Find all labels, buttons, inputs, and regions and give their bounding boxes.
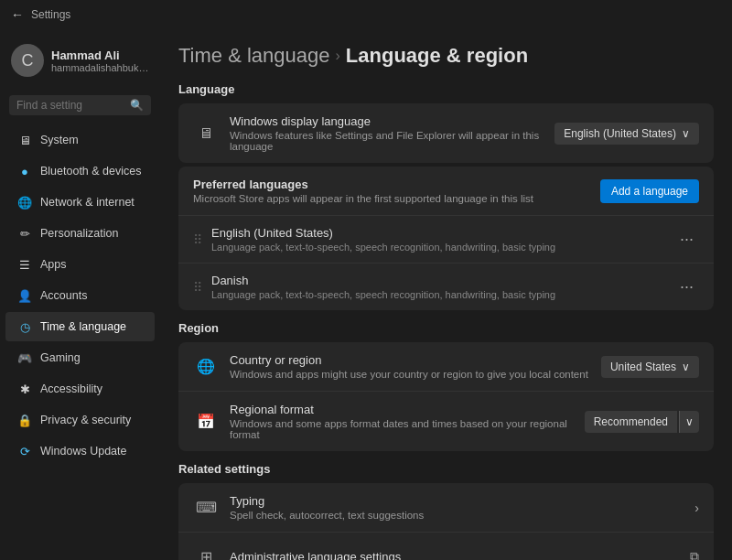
language-section-label: Language — [178, 82, 714, 96]
country-title: Country or region — [230, 353, 601, 367]
display-language-value: English (United States) — [564, 127, 676, 140]
update-icon: ⟳ — [16, 443, 33, 459]
sidebar-item-label: Apps — [40, 258, 67, 271]
sidebar-item-apps[interactable]: ☰ Apps — [5, 250, 155, 279]
language-row-english: ⠿ English (United States) Language pack,… — [178, 216, 714, 264]
country-value: United States — [610, 361, 676, 373]
typing-content: Typing Spell check, autocorrect, text su… — [230, 494, 694, 521]
chevron-right-icon: › — [694, 501, 699, 515]
breadcrumb: Time & language › Language & region — [178, 44, 714, 68]
back-button[interactable]: ← — [11, 7, 24, 22]
display-language-content: Windows display language Windows feature… — [230, 114, 554, 152]
language-info-danish: Danish Language pack, text-to-speech, sp… — [211, 274, 674, 300]
personalization-icon: ✏ — [16, 225, 33, 242]
chevron-down-icon: ∨ — [682, 127, 690, 140]
region-section-label: Region — [178, 321, 714, 335]
language-info-english: English (United States) Language pack, t… — [211, 226, 674, 253]
format-dropdown-arrow[interactable]: ∨ — [679, 411, 699, 433]
titlebar: ← Settings — [0, 0, 732, 29]
admin-lang-content: Administrative language settings — [230, 550, 690, 561]
sidebar-item-privacy[interactable]: 🔒 Privacy & security — [5, 405, 155, 435]
typing-sub: Spell check, autocorrect, text suggestio… — [230, 510, 694, 521]
sidebar-item-label: Time & language — [40, 320, 126, 333]
breadcrumb-parent: Time & language — [178, 44, 330, 68]
region-card: 🌐 Country or region Windows and apps mig… — [178, 342, 714, 451]
search-box: 🔍 — [9, 95, 151, 115]
display-language-action: English (United States) ∨ — [554, 123, 699, 145]
sidebar-item-windows-update[interactable]: ⟳ Windows Update — [5, 436, 155, 466]
sidebar-item-accounts[interactable]: 👤 Accounts — [5, 281, 155, 310]
add-language-button[interactable]: Add a language — [600, 179, 699, 203]
display-language-row: 🖥 Windows display language Windows featu… — [178, 103, 714, 163]
app-title: Settings — [31, 8, 70, 21]
admin-lang-row[interactable]: ⊞ Administrative language settings ⧉ — [178, 533, 714, 560]
format-icon: 📅 — [193, 409, 219, 435]
admin-lang-title: Administrative language settings — [230, 550, 690, 561]
typing-chevron: › — [694, 501, 699, 515]
sidebar-item-gaming[interactable]: 🎮 Gaming — [5, 343, 155, 372]
sidebar-item-label: Gaming — [40, 351, 81, 364]
admin-lang-icon: ⊞ — [193, 544, 219, 560]
chevron-down-icon: ∨ — [682, 361, 690, 373]
bluetooth-icon: ● — [16, 163, 33, 179]
format-action: Recommended ∨ — [585, 411, 699, 433]
language-row-danish: ⠿ Danish Language pack, text-to-speech, … — [178, 264, 714, 310]
sidebar-item-label: Bluetooth & devices — [40, 165, 142, 178]
format-dropdown-value[interactable]: Recommended — [585, 411, 677, 433]
breadcrumb-current: Language & region — [346, 44, 528, 68]
format-content: Regional format Windows and some apps fo… — [230, 403, 585, 440]
search-input[interactable] — [16, 99, 126, 112]
sidebar-item-accessibility[interactable]: ✱ Accessibility — [5, 374, 155, 404]
sidebar-item-label: Accessibility — [40, 382, 102, 395]
user-email: hammadalishahbukh... — [51, 62, 149, 73]
sidebar-item-label: Windows Update — [40, 445, 127, 458]
typing-row[interactable]: ⌨ Typing Spell check, autocorrect, text … — [178, 483, 714, 533]
country-row: 🌐 Country or region Windows and apps mig… — [178, 342, 714, 392]
display-language-icon: 🖥 — [193, 121, 219, 146]
drag-handle-danish[interactable]: ⠿ — [193, 280, 202, 295]
format-value: Recommended — [594, 415, 668, 428]
more-options-danish[interactable]: ··· — [674, 275, 699, 298]
language-sub-english: Language pack, text-to-speech, speech re… — [211, 242, 674, 253]
more-options-english[interactable]: ··· — [674, 228, 699, 251]
display-language-title: Windows display language — [230, 114, 554, 128]
privacy-icon: 🔒 — [16, 412, 33, 428]
related-card: ⌨ Typing Spell check, autocorrect, text … — [178, 483, 714, 560]
country-action: United States ∨ — [601, 356, 699, 378]
sidebar-item-label: Personalization — [40, 227, 118, 240]
preferred-header-content: Preferred languages Microsoft Store apps… — [193, 178, 600, 204]
external-link-icon: ⧉ — [690, 549, 699, 561]
display-language-dropdown[interactable]: English (United States) ∨ — [554, 123, 699, 145]
sidebar-item-label: Accounts — [40, 289, 87, 302]
sidebar-item-system[interactable]: 🖥 System — [5, 125, 155, 155]
language-sub-danish: Language pack, text-to-speech, speech re… — [211, 289, 674, 300]
gaming-icon: 🎮 — [16, 350, 33, 366]
sidebar-item-personalization[interactable]: ✏ Personalization — [5, 219, 155, 248]
display-language-card: 🖥 Windows display language Windows featu… — [178, 103, 714, 163]
breadcrumb-separator: › — [336, 48, 340, 64]
sidebar-item-time-language[interactable]: ◷ Time & language — [5, 312, 155, 341]
format-row: 📅 Regional format Windows and some apps … — [178, 392, 714, 451]
typing-icon: ⌨ — [193, 495, 219, 521]
main-content: Time & language › Language & region Lang… — [160, 29, 732, 560]
sidebar-item-network[interactable]: 🌐 Network & internet — [5, 188, 155, 217]
format-title: Regional format — [230, 403, 585, 416]
country-dropdown[interactable]: United States ∨ — [601, 356, 699, 378]
preferred-header: Preferred languages Microsoft Store apps… — [178, 167, 714, 216]
accessibility-icon: ✱ — [16, 381, 33, 397]
typing-title: Typing — [230, 494, 694, 508]
accounts-icon: 👤 — [16, 287, 33, 304]
sidebar-item-label: System — [40, 134, 79, 146]
user-profile[interactable]: C Hammad Ali hammadalishahbukh... — [0, 37, 160, 84]
user-info: Hammad Ali hammadalishahbukh... — [51, 48, 149, 73]
country-sub: Windows and apps might use your country … — [230, 369, 601, 380]
user-name: Hammad Ali — [51, 48, 149, 62]
system-icon: 🖥 — [16, 132, 33, 148]
drag-handle-english[interactable]: ⠿ — [193, 232, 202, 247]
preferred-sub: Microsoft Store apps will appear in the … — [193, 193, 600, 204]
format-sub: Windows and some apps format dates and t… — [230, 418, 585, 440]
sidebar-item-label: Network & internet — [40, 196, 135, 209]
sidebar-item-bluetooth[interactable]: ● Bluetooth & devices — [5, 156, 155, 186]
preferred-languages-card: Preferred languages Microsoft Store apps… — [178, 167, 714, 310]
network-icon: 🌐 — [16, 194, 33, 210]
